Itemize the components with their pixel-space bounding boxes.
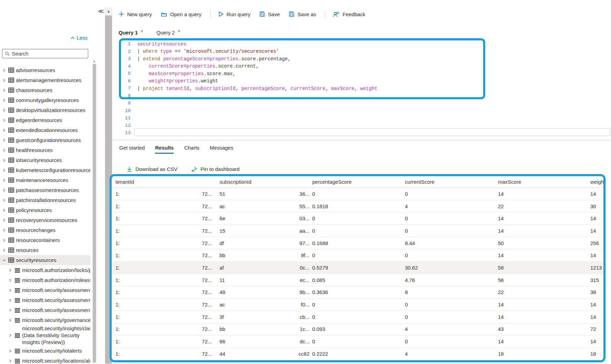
tree-chevron[interactable] — [2, 179, 6, 182]
chevron-right-icon[interactable] — [2, 209, 6, 212]
run-query-button[interactable]: Run query — [218, 11, 251, 17]
chevron-right-icon[interactable] — [2, 69, 6, 72]
tree-chevron[interactable] — [2, 89, 6, 92]
tab-query-2[interactable]: Query 2✕ — [156, 30, 181, 36]
sidebar-subitem[interactable]: microsoft.security/assessments — [0, 285, 90, 295]
table-row[interactable]: 1:72...3fcb...001414 — [112, 311, 603, 323]
table-row[interactable]: 1:72...11ec...0.0854.7656315 — [112, 274, 603, 286]
chevron-right-icon[interactable] — [9, 318, 12, 322]
tree-chevron[interactable] — [2, 119, 6, 122]
pin-to-dashboard-button[interactable]: Pin to dashboard — [191, 166, 240, 172]
close-icon[interactable]: ✕ — [177, 29, 180, 33]
tree-chevron[interactable] — [2, 149, 6, 152]
new-query-button[interactable]: New query — [119, 11, 152, 17]
sidebar-subitem[interactable]: microsoft.security/insights/classif (Dat… — [0, 325, 90, 346]
table-row[interactable]: 1:72...5136...001414 — [112, 188, 603, 200]
tab-get-started[interactable]: Get started — [119, 145, 145, 154]
chevron-right-icon[interactable] — [9, 359, 12, 363]
tree-chevron[interactable] — [2, 199, 6, 202]
table-row[interactable]: 1:72...af0c...0.527930.62581213 — [112, 262, 603, 274]
tree-chevron[interactable] — [2, 129, 6, 132]
chevron-right-icon[interactable] — [2, 229, 6, 232]
sidebar-item-recoveryservicesresources[interactable]: recoveryservicesresources — [0, 215, 90, 225]
table-row[interactable]: 1:72...66dc...001414 — [112, 335, 603, 348]
sidebar-item-patchinstallationresources[interactable]: patchinstallationresources — [0, 195, 90, 205]
feedback-button[interactable]: Feedback — [333, 11, 365, 17]
tree-chevron[interactable] — [8, 289, 12, 292]
less-toggle[interactable]: Less — [71, 35, 88, 41]
sidebar-item-kubernetesconfigurationresources[interactable]: kubernetesconfigurationresources — [0, 165, 90, 175]
sidebar-item-resourcechanges[interactable]: resourcechanges — [0, 225, 90, 235]
chevron-right-icon[interactable] — [2, 169, 6, 172]
sidebar-scrollbar[interactable]: ▲ — [92, 59, 96, 364]
tree-chevron[interactable] — [8, 299, 12, 302]
tab-charts[interactable]: Charts — [184, 145, 199, 154]
sidebar-item-healthresources[interactable]: healthresources — [0, 145, 90, 155]
sidebar-subitem[interactable]: microsoft.security/assessments/s — [0, 305, 90, 315]
sidebar-item-securityresources[interactable]: securityresources — [0, 255, 90, 265]
sidebar-item-desktopvirtualizationresources[interactable]: desktopvirtualizationresources — [0, 105, 90, 115]
chevron-right-icon[interactable] — [9, 334, 12, 337]
column-header-percentageScore[interactable]: percentageScore — [312, 179, 405, 185]
scroll-up-icon[interactable]: ▲ — [105, 8, 112, 15]
chevron-right-icon[interactable] — [9, 289, 12, 292]
tree-chevron[interactable] — [2, 259, 6, 262]
chevron-right-icon[interactable] — [2, 219, 6, 222]
chevron-down-icon[interactable] — [2, 259, 6, 262]
sidebar-subitem[interactable]: microsoft.security/governancerul — [0, 315, 90, 325]
query-editor[interactable]: 1securityresources2| where type == 'micr… — [114, 39, 611, 140]
tab-results[interactable]: Results — [155, 145, 174, 154]
sidebar-item-patchassessmentresources[interactable]: patchassessmentresources — [0, 185, 90, 195]
sidebar-item-communitygalleryresources[interactable]: communitygalleryresources — [0, 95, 90, 105]
sidebar-subitem[interactable]: microsoft.security/assessments/g — [0, 295, 90, 305]
tree-chevron[interactable] — [2, 79, 6, 82]
column-header-currentScore[interactable]: currentScore — [405, 179, 498, 185]
tree-chevron[interactable] — [8, 334, 12, 337]
chevron-right-icon[interactable] — [2, 149, 6, 152]
sidebar-item-policyresources[interactable]: policyresources — [0, 205, 90, 215]
chevron-right-icon[interactable] — [9, 299, 12, 302]
sidebar-subitem[interactable]: microsoft.security/locations/alert — [0, 356, 90, 364]
tree-chevron[interactable] — [8, 269, 12, 272]
chevron-right-icon[interactable] — [9, 269, 12, 272]
save-button[interactable]: Save — [259, 11, 280, 17]
tree-chevron[interactable] — [2, 109, 6, 112]
column-header-tenantId[interactable]: tenantId — [112, 179, 220, 185]
sidebar-item-resourcecontainers[interactable]: resourcecontainers — [0, 235, 90, 245]
tree-chevron[interactable] — [2, 169, 6, 172]
chevron-right-icon[interactable] — [2, 199, 6, 202]
tree-chevron[interactable] — [8, 359, 12, 363]
tree-chevron[interactable] — [2, 139, 6, 142]
chevron-right-icon[interactable] — [9, 349, 12, 353]
tree-chevron[interactable] — [2, 69, 6, 72]
chevron-right-icon[interactable] — [2, 109, 6, 112]
sidebar-subitem[interactable]: microsoft.authorization/roleassig — [0, 275, 90, 285]
table-row[interactable]: 1:72...ac55...0.181842230 — [112, 200, 603, 213]
chevron-right-icon[interactable] — [2, 189, 6, 192]
chevron-right-icon[interactable] — [2, 79, 6, 82]
sidebar-item-iotsecurityresources[interactable]: iotsecurityresources — [0, 155, 90, 165]
column-header-weight[interactable]: weight — [590, 179, 603, 185]
sidebar-subitem[interactable]: microsoft.security/iotalerts — [0, 346, 90, 356]
table-row[interactable]: 1:72...acf0...001414 — [112, 299, 603, 311]
table-row[interactable]: 1:72...15aa...001414 — [112, 225, 603, 237]
tab-messages[interactable]: Messages — [210, 145, 233, 154]
tree-chevron[interactable] — [8, 318, 12, 322]
tab-query-1[interactable]: Query 1✕ — [119, 30, 143, 36]
sidebar-search[interactable] — [2, 49, 88, 58]
table-row[interactable]: 1:72...df97...0.16888.4450256 — [112, 237, 603, 250]
sidebar-subitem[interactable]: microsoft.authorization/locks/pro — [0, 265, 90, 275]
save-as-button[interactable]: Save as — [289, 11, 316, 17]
sidebar-item-advisorresources[interactable]: advisorresources — [0, 65, 90, 75]
sidebar-scrollbar-thumb[interactable] — [93, 64, 96, 363]
chevron-right-icon[interactable] — [2, 249, 6, 252]
chevron-right-icon[interactable] — [9, 309, 12, 312]
sidebar-item-alertsmanagementresources[interactable]: alertsmanagementresources — [0, 75, 90, 85]
tree-chevron[interactable] — [8, 279, 12, 282]
tree-chevron[interactable] — [2, 99, 6, 102]
table-row[interactable]: 1:72...44cc820.222241818 — [112, 348, 603, 360]
sidebar-item-maintenanceresources[interactable]: maintenanceresources — [0, 175, 90, 185]
tree-chevron[interactable] — [2, 249, 6, 252]
sidebar-item-edgeorderresources[interactable]: edgeorderresources — [0, 115, 90, 125]
sidebar-item-resources[interactable]: resources — [0, 245, 90, 255]
